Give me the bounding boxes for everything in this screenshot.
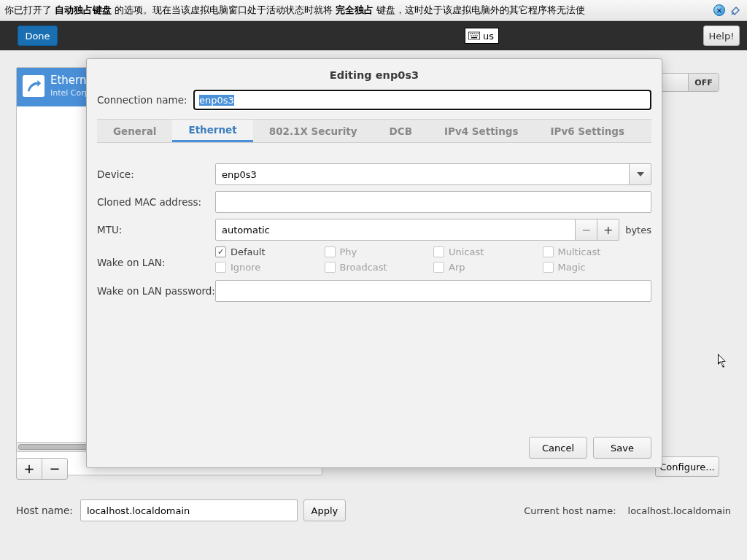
svg-rect-2 [472, 34, 473, 34]
device-combo-value: enp0s3 [215, 163, 630, 185]
cancel-button[interactable]: Cancel [529, 437, 587, 459]
chevron-down-icon[interactable] [630, 163, 651, 185]
wol-phy-checkbox: Phy [325, 246, 434, 257]
installer-header: Done us Help! [0, 21, 747, 50]
remove-connection-button[interactable]: − [42, 458, 68, 480]
tab-ipv4-settings[interactable]: IPv4 Settings [428, 120, 535, 142]
keyboard-icon [468, 31, 480, 40]
svg-rect-9 [476, 35, 477, 36]
tab-dcb[interactable]: DCB [374, 120, 428, 142]
svg-rect-8 [475, 35, 476, 36]
tab-general[interactable]: General [97, 120, 172, 142]
tab-ethernet[interactable]: Ethernet [172, 120, 252, 142]
wol-arp-checkbox: Arp [433, 262, 543, 273]
dialog-tabs: General Ethernet 802.1X Security DCB IPv… [97, 119, 651, 143]
hostname-input[interactable] [80, 499, 298, 521]
tab-802-1x-security[interactable]: 802.1X Security [253, 120, 374, 142]
save-button[interactable]: Save [593, 437, 651, 459]
ethernet-icon [23, 75, 44, 97]
connection-name-label: Connection name: [97, 94, 193, 106]
svg-rect-3 [473, 34, 474, 34]
vm-close-icon[interactable]: ✕ [713, 4, 725, 16]
svg-rect-4 [476, 34, 476, 34]
wol-ignore-checkbox: Ignore [215, 262, 325, 273]
vm-pin-icon[interactable] [729, 4, 743, 17]
cloned-mac-input[interactable] [215, 191, 651, 213]
current-hostname-value: localhost.localdomain [628, 505, 731, 516]
configure-button[interactable]: Configure... [655, 456, 719, 477]
done-button[interactable]: Done [18, 26, 58, 46]
connection-toggle[interactable]: OFF [657, 73, 719, 92]
wol-label: Wake on LAN: [97, 246, 215, 268]
tab-ipv6-settings[interactable]: IPv6 Settings [535, 120, 641, 142]
wol-password-label: Wake on LAN password: [97, 285, 215, 297]
svg-rect-7 [473, 35, 473, 36]
connection-name-input[interactable] [193, 90, 651, 110]
svg-rect-1 [470, 34, 471, 34]
vm-capture-message: 你已打开了 自动独占键盘 的选项。现在当该虚拟电脑窗口处于活动状态时就将 完全独… [4, 4, 709, 17]
hostname-label: Host name: [16, 505, 73, 516]
mtu-spin[interactable]: automatic − + [215, 219, 619, 241]
wol-default-checkbox[interactable]: Default [215, 246, 325, 257]
wol-broadcast-checkbox: Broadcast [325, 262, 434, 273]
keyboard-layout-label: us [483, 31, 494, 42]
mtu-unit: bytes [625, 225, 651, 236]
current-hostname-label: Current host name: [524, 505, 616, 516]
device-label: Device: [97, 168, 215, 180]
help-button[interactable]: Help! [703, 26, 740, 46]
svg-rect-10 [471, 37, 477, 38]
hostname-apply-button[interactable]: Apply [303, 499, 346, 521]
wol-magic-checkbox: Magic [543, 262, 652, 273]
connection-toggle-label: OFF [688, 74, 719, 91]
mtu-label: MTU: [97, 224, 215, 236]
mtu-minus-button[interactable]: − [576, 219, 597, 241]
svg-rect-5 [478, 34, 479, 34]
wol-password-input[interactable] [215, 280, 651, 302]
svg-rect-0 [468, 32, 479, 39]
svg-rect-6 [471, 35, 471, 36]
wol-multicast-checkbox: Multicast [543, 246, 652, 257]
dialog-title: Editing enp0s3 [87, 59, 662, 90]
mtu-value: automatic [215, 219, 576, 241]
add-connection-button[interactable]: + [16, 458, 42, 480]
device-combo[interactable]: enp0s3 [215, 163, 651, 185]
hostname-row: Host name: Apply Current host name: loca… [16, 497, 731, 524]
cloned-mac-label: Cloned MAC address: [97, 196, 215, 208]
keyboard-layout-indicator[interactable]: us [465, 28, 499, 44]
mtu-plus-button[interactable]: + [597, 219, 619, 241]
vm-capture-bar: 你已打开了 自动独占键盘 的选项。现在当该虚拟电脑窗口处于活动状态时就将 完全独… [0, 0, 747, 21]
edit-connection-dialog: Editing enp0s3 Connection name: General … [86, 58, 662, 468]
wol-unicast-checkbox: Unicast [433, 246, 543, 257]
